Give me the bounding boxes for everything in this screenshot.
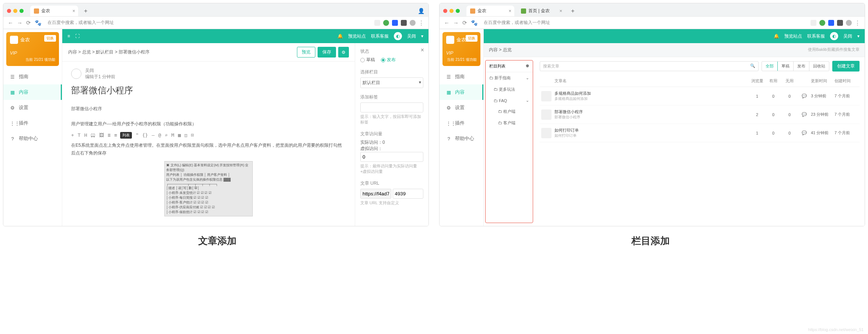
tag-input[interactable]	[360, 102, 423, 112]
nav-settings[interactable]: ⚙设置	[440, 100, 483, 115]
site-info-icon[interactable]: 🐾	[471, 20, 478, 26]
col-item-guide[interactable]: 🗀 新手指南⌄	[486, 72, 533, 84]
paragraph-1[interactable]: 用户管理建立用户----给用户授予小程序的权限（功能操作权限）	[71, 120, 346, 128]
username[interactable]: 吴阔	[407, 33, 416, 39]
comment-icon[interactable]: 💬	[798, 131, 811, 135]
new-tab-button[interactable]: +	[568, 6, 577, 16]
preview-site-link[interactable]: 预览站点	[348, 33, 366, 39]
crumb-content[interactable]: 内容	[489, 47, 498, 52]
tool-ul[interactable]: ≡	[114, 132, 117, 138]
article-subtitle[interactable]: 部署微信小程序	[71, 106, 346, 112]
nav-help[interactable]: ?帮助中心	[3, 131, 62, 146]
nav-settings[interactable]: ⚙设置	[3, 100, 62, 115]
table-row[interactable]: 多规格商品如何添加多规格商品如何添加 100 💬 3 分钟前7 个月前	[540, 87, 860, 105]
virt-visits-input[interactable]	[360, 152, 423, 162]
avatar[interactable]: ◐	[394, 32, 402, 40]
tool-hr[interactable]: —	[152, 132, 155, 138]
comment-icon[interactable]: 💬	[798, 94, 811, 98]
crumb-content[interactable]: 内容	[68, 49, 77, 55]
column-select[interactable]: 默认栏目▾	[360, 77, 423, 88]
col-item-more[interactable]: 🗀 更多玩法	[486, 84, 533, 95]
window-controls[interactable]	[443, 9, 460, 13]
contact-link[interactable]: 联系客服	[807, 33, 825, 39]
menu-icon[interactable]: ≡	[67, 34, 70, 39]
nav-plugins[interactable]: ⋮⋮插件	[440, 115, 483, 131]
tool-heading[interactable]: H	[84, 132, 87, 138]
tool-columns[interactable]: ◫	[185, 132, 188, 138]
avatar[interactable]: ◐	[830, 32, 838, 40]
preview-button[interactable]: 预览	[297, 47, 315, 58]
tool-mention[interactable]: @	[158, 132, 161, 138]
extension-icons[interactable]: ⋮	[374, 20, 424, 26]
browser-tab-2[interactable]: 首页 | 金农×	[517, 6, 565, 16]
account-icon[interactable]: 👤	[418, 8, 425, 14]
radio-publish[interactable]: 发布	[381, 57, 396, 63]
new-tab-button[interactable]: +	[81, 6, 90, 16]
fullscreen-icon[interactable]: ⛶	[75, 34, 80, 39]
address-bar[interactable]: 在百度中搜索，或者输入一个网址	[45, 19, 371, 27]
nav-help[interactable]: ?帮助中心	[440, 131, 483, 146]
reload-icon[interactable]: ⟳	[462, 20, 467, 26]
filter-trash[interactable]: 回收站	[809, 62, 829, 71]
address-bar[interactable]: 在百度中搜索，或者输入一个网址	[482, 19, 807, 27]
site-info-icon[interactable]: 🐾	[35, 20, 42, 26]
contact-link[interactable]: 联系客服	[371, 33, 389, 39]
save-button[interactable]: 保存	[318, 47, 336, 58]
tool-text[interactable]: T	[78, 132, 81, 138]
embedded-image[interactable]: ▣ 文件(L) 编辑(E) 基本资料设定(M) 开发技转管理(R) 业务部管理(…	[164, 161, 253, 216]
tool-m[interactable]: M	[171, 132, 174, 138]
close-panel-icon[interactable]: ×	[421, 47, 424, 53]
paragraph-2[interactable]: 在E5系统里面点左上角文件点使用者管理。在里面按用户权限里面勾权限，选中用户名点…	[71, 142, 346, 157]
tool-code[interactable]: {}	[142, 132, 148, 138]
tool-image[interactable]: 🖾	[99, 132, 104, 138]
crumb-overview[interactable]: 总览	[82, 49, 91, 55]
tool-ol[interactable]: ≣	[108, 132, 111, 138]
close-icon[interactable]: ×	[559, 8, 562, 14]
nav-content[interactable]: ▦内容	[440, 84, 483, 100]
switch-button[interactable]: 切换	[44, 35, 56, 42]
back-icon[interactable]: ←	[8, 20, 13, 26]
settings-toggle-button[interactable]: ⚙	[338, 47, 349, 58]
username[interactable]: 吴阔	[843, 33, 852, 39]
crumb-overview[interactable]: 总览	[503, 47, 512, 52]
preview-site-link[interactable]: 预览站点	[784, 33, 802, 39]
back-icon[interactable]: ←	[444, 20, 449, 26]
bell-icon[interactable]: 🔔	[337, 34, 343, 39]
col-item-faq[interactable]: 🗀 FAQ⌄	[486, 95, 533, 106]
nav-guide[interactable]: ☰指南	[440, 69, 483, 84]
url-id-input[interactable]	[393, 189, 424, 199]
tool-book[interactable]: 🕮	[91, 132, 95, 138]
nav-content[interactable]: ▦内容	[3, 84, 62, 100]
browser-tab-1[interactable]: 金农×	[466, 6, 514, 16]
close-icon[interactable]: ×	[508, 8, 511, 14]
col-item-tenant[interactable]: 🗀 租户端	[486, 106, 533, 117]
search-input[interactable]: 搜索文章🔍	[540, 61, 759, 71]
article-title[interactable]: 部署微信小程序	[71, 84, 346, 96]
add-column-icon[interactable]: ⊕	[526, 63, 529, 69]
filter-draft[interactable]: 草稿	[778, 62, 794, 71]
filter-all[interactable]: 全部	[762, 62, 778, 71]
extension-icons[interactable]: ⋮	[811, 20, 860, 26]
radio-draft[interactable]: 草稿	[360, 57, 375, 63]
col-item-client[interactable]: 🗀 客户端	[486, 117, 533, 129]
forward-icon[interactable]: →	[17, 20, 22, 26]
nav-plugins[interactable]: ⋮⋮插件	[3, 115, 62, 131]
close-icon[interactable]: ×	[72, 8, 75, 14]
reload-icon[interactable]: ⟳	[26, 20, 31, 26]
table-row[interactable]: 部署微信小程序部署微信小程序 200 💬 23 分钟前7 个月前	[540, 105, 860, 124]
nav-guide[interactable]: ☰指南	[3, 69, 62, 84]
tool-embed[interactable]: ⊡	[191, 132, 194, 138]
comment-icon[interactable]: 💬	[798, 112, 811, 117]
window-controls[interactable]	[7, 9, 24, 13]
tool-quote[interactable]: ❝	[136, 132, 139, 138]
tool-table[interactable]: ▦	[178, 132, 181, 138]
tool-link[interactable]: ⌕	[165, 132, 168, 138]
filter-publish[interactable]: 发布	[794, 62, 809, 71]
crumb-column[interactable]: 默认栏目	[96, 49, 113, 55]
tool-add[interactable]: +	[71, 132, 74, 138]
browser-tab[interactable]: 金农×	[30, 6, 78, 16]
switch-button[interactable]: 切换	[466, 35, 477, 42]
create-article-button[interactable]: 创建文章	[832, 61, 860, 72]
forward-icon[interactable]: →	[453, 20, 459, 26]
bell-icon[interactable]: 🔔	[774, 34, 779, 39]
